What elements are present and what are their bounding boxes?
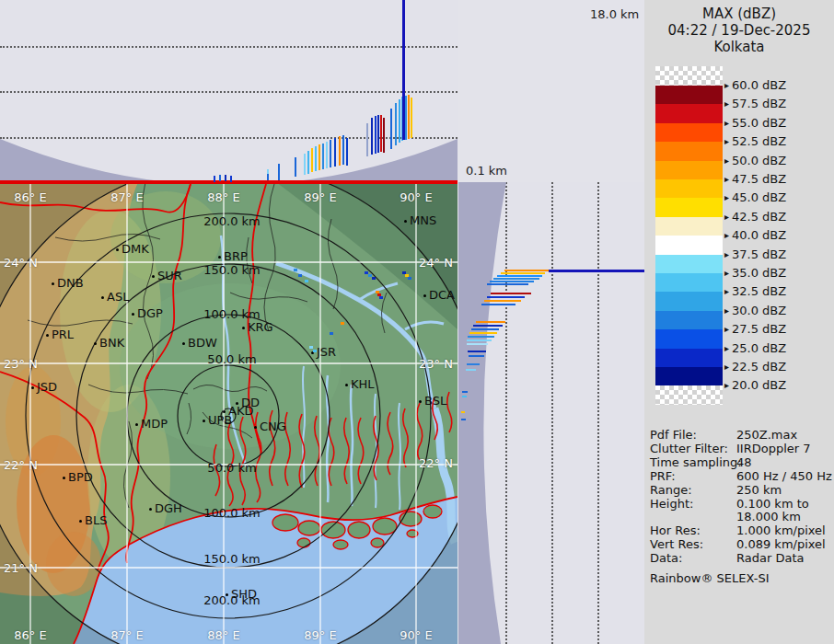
info-panel: Pdf File:250Z.maxClutter Filter:IIRDoppl…: [650, 429, 832, 586]
legend-tick: ▸27.5 dBZ: [724, 322, 786, 336]
echo-row: [467, 363, 480, 365]
echo-column: [322, 144, 324, 169]
legend-band: [655, 179, 723, 198]
tick-label: 30.0 dBZ: [732, 304, 786, 317]
echo-column: [334, 138, 336, 167]
tick-arrow-icon: ▸: [724, 136, 729, 146]
info-value: 18.000 km: [736, 510, 801, 523]
info-label: Data:: [650, 552, 736, 566]
tick-label: 42.5 dBZ: [732, 210, 786, 224]
max-echo-top-column: [402, 0, 405, 140]
legend-band: [655, 311, 723, 329]
echo-column: [346, 138, 348, 166]
tick-label: 27.5 dBZ: [732, 322, 786, 336]
info-label: PRF:: [650, 470, 736, 484]
height-gridline: [0, 91, 458, 93]
echo-row: [487, 283, 528, 285]
sidebar: MAX (dBZ) 04:22 / 19-Dec-2025 Kolkata ▸6…: [644, 0, 834, 644]
legend-band: [655, 349, 723, 367]
legend-tick: ▸45.0 dBZ: [724, 190, 786, 204]
legend-tick: ▸55.0 dBZ: [724, 116, 786, 130]
tick-label: 20.0 dBZ: [732, 378, 786, 392]
echo-column: [315, 146, 317, 171]
echo-column: [339, 136, 341, 166]
echo-column: [307, 151, 309, 174]
info-row: Time sampling:48: [650, 456, 832, 470]
info-row: Hor Res:1.000 km/pixel: [650, 524, 832, 538]
legend-band: [655, 66, 723, 86]
info-rows: Pdf File:250Z.maxClutter Filter:IIRDoppl…: [650, 429, 832, 566]
legend-tick: ▸32.5 dBZ: [724, 284, 786, 298]
info-label: Pdf File:: [650, 429, 736, 443]
echo-column: [399, 99, 400, 143]
legend-band: [655, 329, 723, 348]
legend-tick: ▸52.5 dBZ: [724, 134, 786, 148]
echo-column: [267, 169, 269, 180]
legend-tick: ▸57.5 dBZ: [724, 97, 786, 110]
tick-label: 22.5 dBZ: [732, 360, 786, 374]
tick-arrow-icon: ▸: [724, 305, 729, 316]
echo-column: [408, 95, 410, 139]
info-value: 0.100 km to: [736, 497, 809, 511]
info-row: 18.000 km: [650, 511, 832, 524]
legend-band: [655, 292, 723, 310]
legend-tick: ▸35.0 dBZ: [724, 266, 786, 280]
echo-column: [377, 115, 379, 153]
echo-row: [504, 270, 549, 271]
echo-row: [476, 321, 505, 323]
legend-tick: ▸25.0 dBZ: [724, 341, 786, 355]
echo-row: [461, 419, 466, 420]
height-gridline: [0, 46, 458, 48]
echo-row: [473, 325, 503, 327]
tick-label: 57.5 dBZ: [732, 97, 786, 110]
legend-band: [655, 236, 723, 254]
tick-arrow-icon: ▸: [724, 155, 729, 166]
tick-arrow-icon: ▸: [724, 249, 729, 259]
tick-arrow-icon: ▸: [724, 192, 729, 202]
info-value: IIRDoppler 7: [736, 442, 811, 455]
base-map-art: [0, 182, 458, 644]
legend-band: [655, 142, 723, 160]
echo-column: [383, 118, 385, 153]
echo-row: [497, 275, 542, 277]
echo-row: [461, 411, 465, 413]
info-value: 250Z.max: [736, 428, 797, 442]
echo-column: [304, 154, 306, 175]
echo-row: [469, 332, 497, 334]
tick-label: 50.0 dBZ: [732, 154, 786, 167]
echo-column: [326, 142, 328, 168]
product-datetime: 04:22 / 19-Dec-2025: [644, 22, 834, 39]
legend-band: [655, 273, 723, 292]
radar-product-screen: 18.0 km 0.1 km: [0, 0, 834, 644]
legend-band: [655, 161, 723, 179]
echo-row: [493, 278, 539, 280]
tick-arrow-icon: ▸: [724, 324, 729, 334]
echo-column: [390, 109, 392, 149]
legend-tick: ▸20.0 dBZ: [724, 378, 786, 392]
echo-row: [467, 339, 492, 341]
echo-row: [501, 272, 545, 274]
tick-label: 32.5 dBZ: [732, 284, 786, 298]
info-row: Data:Radar Data: [650, 552, 832, 566]
echo-row: [462, 391, 468, 393]
tick-label: 52.5 dBZ: [732, 134, 786, 148]
echo-column: [380, 115, 382, 152]
tick-label: 60.0 dBZ: [732, 78, 786, 92]
legend-tick: ▸30.0 dBZ: [724, 304, 786, 317]
legend-band: [655, 217, 723, 236]
top-height-axis-label: 18.0 km: [590, 7, 639, 21]
info-label: Range:: [650, 484, 736, 498]
tick-arrow-icon: ▸: [724, 118, 729, 128]
legend-band: [655, 86, 723, 104]
echo-column: [366, 123, 368, 156]
echo-column: [371, 118, 373, 155]
info-row: Range:250 km: [650, 484, 832, 498]
echo-row: [467, 343, 488, 345]
echo-row: [481, 304, 515, 305]
software-name: Rainbow® SELEX-SI: [650, 572, 832, 586]
tick-arrow-icon: ▸: [724, 230, 729, 240]
tick-arrow-icon: ▸: [724, 212, 729, 222]
legend-tick: ▸60.0 dBZ: [724, 78, 786, 92]
echo-column: [411, 98, 412, 138]
tick-label: 55.0 dBZ: [732, 116, 786, 130]
